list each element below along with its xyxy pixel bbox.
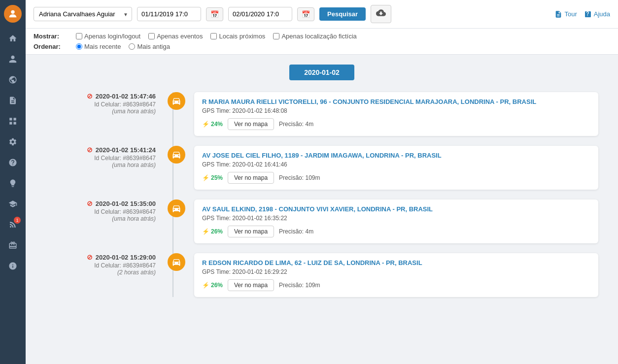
timeline-item: ⊘ 2020-01-02 15:41:24 Id Celular: #8639#…	[45, 146, 598, 190]
precision-val-2: 109m	[305, 174, 320, 181]
sidebar-logo[interactable]	[4, 5, 22, 23]
battery-pct-2: 25%	[211, 174, 223, 181]
timestamp-4: ⊘ 2020-01-02 15:29:00	[45, 253, 156, 261]
filter-eventos-label: Apenas eventos	[157, 33, 203, 40]
gps-label-3: GPS Time:	[202, 215, 231, 222]
address-2: AV JOSE DEL CIEL FILHO, 1189 - JARDIM IM…	[202, 152, 590, 159]
stop-icon-2: ⊘	[87, 146, 93, 154]
tour-label: Tour	[564, 10, 577, 18]
timeline-item: ⊘ 2020-01-02 15:47:46 Id Celular: #8639#…	[45, 92, 598, 136]
order-antiga-radio[interactable]	[129, 43, 135, 50]
card-1: R MARIA MAURA RIELLI VICTORELLI, 96 - CO…	[194, 92, 598, 136]
search-button[interactable]: Pesquisar	[319, 7, 366, 21]
ago-2: (uma hora atrás)	[45, 162, 156, 168]
filter-login-checkbox[interactable]	[76, 33, 82, 39]
sidebar-item-graduation[interactable]	[4, 195, 22, 213]
map-btn-2[interactable]: Ver no mapa	[228, 172, 274, 184]
battery-1: ⚡ 24%	[202, 121, 223, 128]
gps-3: GPS Time: 2020-01-02 16:35:22	[202, 215, 590, 222]
sidebar-item-grid[interactable]	[4, 112, 22, 130]
order-recente-label: Mais recente	[84, 43, 121, 50]
precision-label-4: Precisão:	[279, 282, 304, 289]
order-antiga[interactable]: Mais antiga	[129, 43, 170, 50]
filter-locais[interactable]: Locais próximos	[210, 33, 265, 40]
timeline-left-3: ⊘ 2020-01-02 15:35:00 Id Celular: #8639#…	[45, 199, 164, 222]
sidebar-item-home[interactable]	[4, 30, 22, 47]
precision-val-1: 4m	[305, 121, 313, 128]
sidebar-item-settings[interactable]	[4, 133, 22, 151]
date-from-input[interactable]	[137, 7, 201, 21]
date-to-input[interactable]	[228, 7, 292, 21]
car-dot-2	[168, 146, 185, 164]
footer-1: ⚡ 24% Ver no mapa Precisão: 4m	[202, 118, 590, 130]
timeline: ⊘ 2020-01-02 15:47:46 Id Celular: #8639#…	[45, 92, 598, 297]
footer-2: ⚡ 25% Ver no mapa Precisão: 109m	[202, 172, 590, 184]
sidebar-item-person[interactable]	[4, 50, 22, 68]
order-recente[interactable]: Mais recente	[76, 43, 121, 50]
map-btn-4[interactable]: Ver no mapa	[228, 279, 274, 291]
precision-val-3: 4m	[305, 228, 313, 235]
gps-time-1: 2020-01-02 16:48:08	[232, 107, 287, 114]
sidebar-item-globe[interactable]	[4, 71, 22, 89]
map-btn-1[interactable]: Ver no mapa	[228, 118, 274, 130]
footer-3: ⚡ 26% Ver no mapa Precisão: 4m	[202, 226, 590, 237]
precision-label-2: Precisão:	[279, 174, 304, 181]
sidebar-item-gift[interactable]	[4, 236, 22, 254]
gps-label-1: GPS Time:	[202, 107, 231, 114]
precision-val-4: 109m	[305, 282, 320, 289]
sidebar-item-bulb[interactable]	[4, 174, 22, 192]
timeline-item: ⊘ 2020-01-02 15:35:00 Id Celular: #8639#…	[45, 199, 598, 243]
filter-login[interactable]: Apenas login/logout	[76, 33, 140, 40]
svg-point-0	[11, 10, 14, 14]
feed-badge: 1	[14, 217, 21, 224]
card-3: AV SAUL ELKIND, 2198 - CONJUNTO VIVI XAV…	[194, 199, 598, 243]
battery-4: ⚡ 26%	[202, 282, 223, 289]
precision-3: Precisão: 4m	[279, 228, 313, 235]
calendar-from-button[interactable]: 📅	[206, 7, 223, 21]
ajuda-label: Ajuda	[594, 10, 610, 18]
gps-time-2: 2020-01-02 16:41:46	[232, 161, 287, 168]
show-filter-row: Mostrar: Apenas login/logout Apenas even…	[34, 33, 610, 40]
filter-login-label: Apenas login/logout	[84, 33, 140, 40]
filter-eventos[interactable]: Apenas eventos	[148, 33, 203, 40]
order-recente-radio[interactable]	[76, 43, 82, 50]
sidebar-item-help[interactable]	[4, 154, 22, 171]
car-dot-1	[168, 92, 185, 110]
timeline-left-4: ⊘ 2020-01-02 15:29:00 Id Celular: #8639#…	[45, 253, 164, 276]
timeline-left-1: ⊘ 2020-01-02 15:47:46 Id Celular: #8639#…	[45, 92, 164, 115]
order-label: Ordenar:	[34, 43, 68, 50]
sidebar-item-document[interactable]	[4, 92, 22, 109]
map-btn-3[interactable]: Ver no mapa	[228, 226, 274, 237]
sidebar-item-feed[interactable]: 1	[4, 216, 22, 233]
calendar-to-button[interactable]: 📅	[297, 7, 314, 21]
gps-1: GPS Time: 2020-01-02 16:48:08	[202, 107, 590, 114]
person-select[interactable]: Adriana Carvalhaes Aguiar	[34, 7, 132, 21]
tour-link[interactable]: Tour	[554, 10, 577, 18]
battery-pct-4: 26%	[211, 282, 223, 289]
filters-bar: Mostrar: Apenas login/logout Apenas even…	[26, 29, 618, 55]
filter-eventos-checkbox[interactable]	[148, 33, 155, 39]
filter-locais-checkbox[interactable]	[210, 33, 217, 39]
gps-label-2: GPS Time:	[202, 161, 231, 168]
battery-icon-3: ⚡	[202, 228, 209, 235]
battery-icon-4: ⚡	[202, 282, 209, 289]
sidebar-item-info[interactable]	[4, 257, 22, 275]
address-1: R MARIA MAURA RIELLI VICTORELLI, 96 - CO…	[202, 98, 590, 105]
ago-4: (2 horas atrás)	[45, 269, 156, 276]
filter-ficticia[interactable]: Apenas localização fictícia	[273, 33, 356, 40]
battery-2: ⚡ 25%	[202, 174, 223, 181]
timestamp-text-1: 2020-01-02 15:47:46	[96, 93, 156, 100]
celular-id-3: Id Celular: #8639#8647	[45, 208, 156, 215]
timestamp-2: ⊘ 2020-01-02 15:41:24	[45, 146, 156, 154]
download-button[interactable]	[371, 5, 391, 23]
precision-2: Precisão: 109m	[279, 174, 320, 181]
celular-id-1: Id Celular: #8639#8647	[45, 101, 156, 108]
sidebar: 1	[0, 0, 26, 364]
filter-ficticia-checkbox[interactable]	[273, 33, 279, 39]
battery-pct-3: 26%	[211, 228, 223, 235]
ajuda-link[interactable]: Ajuda	[584, 10, 610, 18]
ago-1: (uma hora atrás)	[45, 108, 156, 115]
battery-pct-1: 24%	[211, 121, 223, 128]
gps-time-4: 2020-01-02 16:29:22	[232, 268, 287, 275]
battery-icon-2: ⚡	[202, 174, 209, 181]
